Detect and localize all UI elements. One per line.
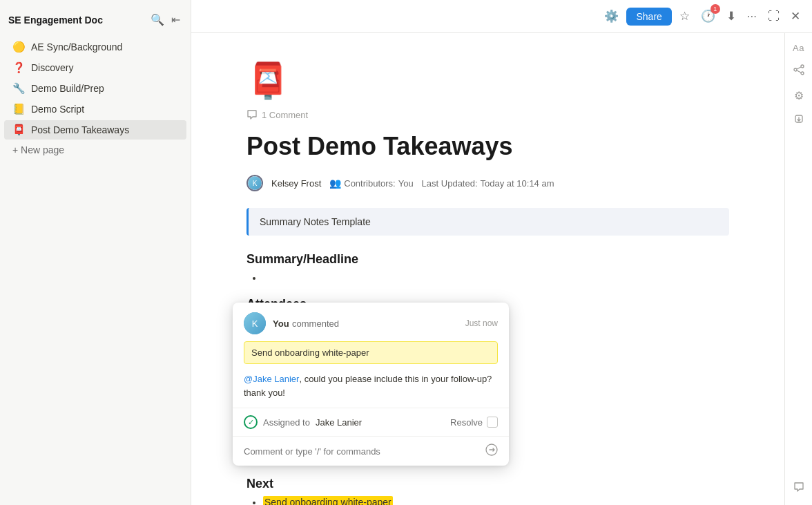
comment-input-row [233, 436, 509, 466]
section-next: Next [246, 477, 729, 491]
fullscreen-button[interactable]: ⛶ [764, 6, 783, 27]
sidebar-item-demo-build-label: Demo Build/Prep [31, 83, 178, 94]
comment-panel-icon [793, 482, 804, 493]
comment-count-text: 1 Comment [262, 110, 308, 120]
discovery-icon: ❓ [12, 61, 26, 74]
assigned-left: ✓ Assigned to Jake Lanier [244, 415, 362, 429]
last-updated: Last Updated: Today at 10:14 am [422, 178, 554, 189]
comment-send-button[interactable] [485, 444, 498, 459]
comment-mention: @Jake Lanier [244, 374, 299, 384]
main-area: ⚙️ Share ☆ 🕐 1 ⬇ ··· ⛶ ✕ 📮 1 Comment Pos… [191, 0, 812, 505]
demo-build-icon: 🔧 [12, 82, 26, 95]
summary-bullet [263, 272, 729, 283]
svg-point-2 [801, 72, 804, 75]
page-emoji: 📮 [246, 61, 729, 101]
sidebar: SE Engagement Doc 🔍 ⇤ 🟡 AE Sync/Backgrou… [0, 0, 191, 505]
comment-avatar: K [244, 312, 266, 334]
author-avatar: K [246, 175, 263, 191]
sidebar-item-post-demo[interactable]: 📮 Post Demo Takeaways [4, 120, 186, 140]
author-name: Kelsey Frost [271, 178, 321, 189]
new-page-label: + New page [12, 144, 64, 155]
sidebar-item-demo-build[interactable]: 🔧 Demo Build/Prep [4, 79, 186, 98]
comment-author-text: You commented [273, 317, 339, 330]
more-options-button[interactable]: ··· [744, 6, 760, 27]
sidebar-item-ae-sync[interactable]: 🟡 AE Sync/Background [4, 37, 186, 57]
comment-count-row[interactable]: 1 Comment [246, 109, 729, 120]
page-title: Post Demo Takeaways [246, 131, 729, 161]
comment-header: K You commented Just now [233, 303, 509, 341]
comment-input[interactable] [244, 446, 480, 457]
contributors: 👥 Contributors: You [329, 178, 413, 189]
comment-body: @Jake Lanier, could you please include t… [233, 372, 509, 408]
comment-panel-button[interactable] [789, 477, 809, 499]
star-button[interactable]: ☆ [676, 6, 693, 27]
comment-icon [246, 109, 258, 120]
sidebar-item-post-demo-label: Post Demo Takeaways [31, 124, 178, 135]
resolve-label: Resolve [450, 417, 483, 428]
callout-text: Summary Notes Template [260, 216, 371, 227]
comment-assigned-row: ✓ Assigned to Jake Lanier Resolve [233, 408, 509, 436]
sidebar-item-discovery[interactable]: ❓ Discovery [4, 58, 186, 77]
topbar: ⚙️ Share ☆ 🕐 1 ⬇ ··· ⛶ ✕ [191, 0, 812, 33]
contributors-value: You [398, 178, 414, 189]
check-circle-icon: ✓ [244, 415, 258, 429]
resolve-checkbox[interactable] [487, 417, 498, 428]
new-page-button[interactable]: + New page [4, 141, 186, 159]
export-icon [793, 113, 804, 124]
comment-time: Just now [465, 318, 498, 328]
meta-row: K Kelsey Frost 👥 Contributors: You Last … [246, 175, 729, 191]
assigned-name: Jake Lanier [316, 417, 362, 428]
section-summary: Summary/Headline [246, 252, 729, 267]
last-updated-label: Last Updated: [422, 178, 478, 189]
svg-point-3 [794, 68, 797, 71]
right-panel: Aa ⚙ [784, 33, 812, 505]
send-icon [485, 444, 498, 456]
comment-highlight: Send onboarding white-paper [244, 341, 498, 364]
svg-point-1 [801, 65, 804, 68]
comment-author-name: You [273, 318, 289, 329]
share-panel-button[interactable] [789, 60, 809, 82]
resolve-button[interactable]: Resolve [450, 417, 498, 428]
demo-script-icon: 📒 [12, 103, 26, 115]
collapse-button[interactable]: ⇤ [169, 11, 182, 28]
notification-count: 1 [710, 4, 720, 14]
search-button[interactable]: 🔍 [148, 11, 166, 28]
sidebar-item-discovery-label: Discovery [31, 62, 178, 73]
sidebar-title: SE Engagement Doc [8, 15, 103, 26]
export-panel-button[interactable] [789, 109, 809, 131]
comment-author-suffix: commented [292, 318, 339, 329]
contributors-icon: 👥 [329, 178, 341, 189]
close-button[interactable]: ✕ [787, 6, 804, 27]
sidebar-item-demo-script[interactable]: 📒 Demo Script [4, 99, 186, 119]
sidebar-header-icons: 🔍 ⇤ [148, 11, 182, 28]
share-icon [793, 64, 804, 75]
post-demo-icon: 📮 [12, 124, 26, 136]
contributors-label: Contributors: [344, 178, 395, 189]
settings-panel-button[interactable]: ⚙ [790, 85, 808, 106]
typography-button[interactable]: Aa [789, 39, 809, 57]
next-bullet-1: Send onboarding white-paper [263, 497, 729, 505]
comment-popup: K You commented Just now Send onboa [233, 303, 509, 466]
callout-block: Summary Notes Template [246, 208, 729, 236]
ae-sync-icon: 🟡 [12, 41, 26, 53]
settings-icon-btn[interactable]: ⚙️ [601, 6, 622, 27]
comment-highlighted-text: Send onboarding white-paper [251, 347, 369, 358]
download-button[interactable]: ⬇ [723, 6, 740, 27]
comment-author-row: You commented Just now [273, 317, 498, 330]
comment-meta: You commented Just now [273, 317, 498, 330]
notification-badge-container: 🕐 1 [697, 6, 719, 27]
sidebar-item-ae-sync-label: AE Sync/Background [31, 41, 178, 53]
page-content: 📮 1 Comment Post Demo Takeaways K Kelsey… [191, 33, 784, 505]
sidebar-item-demo-script-label: Demo Script [31, 104, 178, 115]
highlighted-next-text: Send onboarding white-paper [263, 496, 393, 505]
sidebar-header: SE Engagement Doc 🔍 ⇤ [0, 6, 191, 37]
last-updated-value: Today at 10:14 am [481, 178, 554, 189]
assigned-label: Assigned to [263, 417, 310, 428]
share-button[interactable]: Share [626, 8, 671, 26]
